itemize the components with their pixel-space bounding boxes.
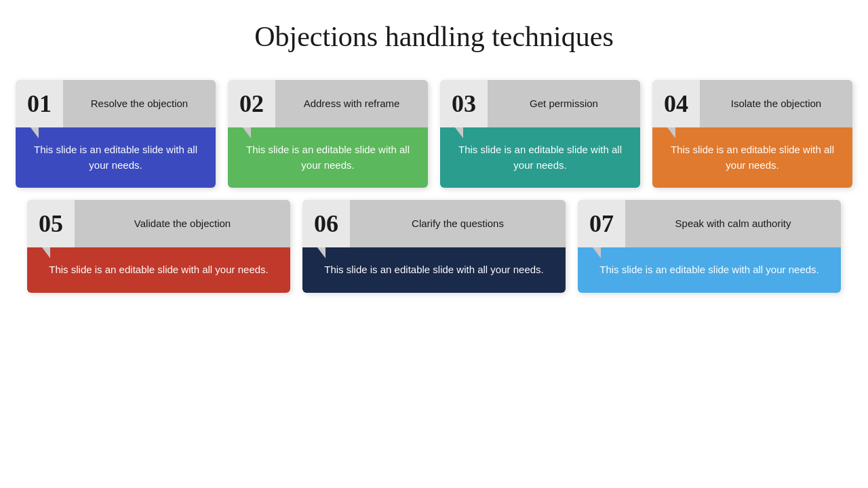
page-title: Objections handling techniques <box>254 20 614 53</box>
card-03-body: This slide is an editable slide with all… <box>440 127 640 188</box>
card-05-header: 05 Validate the objection <box>27 200 290 247</box>
card-01-number: 01 <box>16 80 63 127</box>
card-02: 02 Address with reframe This slide is an… <box>228 80 428 188</box>
card-07-number: 07 <box>578 200 625 247</box>
card-01-header: 01 Resolve the objection <box>16 80 216 127</box>
card-03-text: This slide is an editable slide with all… <box>451 142 629 173</box>
card-05-body: This slide is an editable slide with all… <box>27 247 290 293</box>
card-01: 01 Resolve the objection This slide is a… <box>16 80 216 188</box>
card-05-label: Validate the objection <box>75 200 290 247</box>
card-06-body: This slide is an editable slide with all… <box>302 247 566 293</box>
row-2: 05 Validate the objection This slide is … <box>14 200 854 293</box>
card-04-number: 04 <box>652 80 700 127</box>
card-07-label: Speak with calm authority <box>625 200 841 247</box>
card-02-text: This slide is an editable slide with all… <box>239 142 417 173</box>
card-06-header: 06 Clarify the questions <box>302 200 566 247</box>
card-06-number: 06 <box>302 200 350 247</box>
card-07-body: This slide is an editable slide with all… <box>578 247 841 293</box>
card-07-text: This slide is an editable slide with all… <box>599 262 819 278</box>
card-03-number: 03 <box>440 80 488 127</box>
card-02-body: This slide is an editable slide with all… <box>228 127 428 188</box>
card-03: 03 Get permission This slide is an edita… <box>440 80 640 188</box>
card-04-label: Isolate the objection <box>700 80 852 127</box>
card-05-number: 05 <box>27 200 75 247</box>
card-05-text: This slide is an editable slide with all… <box>49 262 269 278</box>
card-02-label: Address with reframe <box>275 80 428 127</box>
card-03-header: 03 Get permission <box>440 80 640 127</box>
card-03-label: Get permission <box>488 80 640 127</box>
card-04: 04 Isolate the objection This slide is a… <box>652 80 852 188</box>
card-06-text: This slide is an editable slide with all… <box>324 262 544 278</box>
card-02-number: 02 <box>228 80 275 127</box>
card-05: 05 Validate the objection This slide is … <box>27 200 290 293</box>
card-01-text: This slide is an editable slide with all… <box>26 142 205 173</box>
row-1: 01 Resolve the objection This slide is a… <box>14 80 854 188</box>
card-04-header: 04 Isolate the objection <box>652 80 852 127</box>
page: Objections handling techniques 01 Resolv… <box>0 0 868 488</box>
card-04-body: This slide is an editable slide with all… <box>652 127 852 188</box>
card-01-label: Resolve the objection <box>63 80 216 127</box>
card-04-text: This slide is an editable slide with all… <box>663 142 842 173</box>
card-06-label: Clarify the questions <box>350 200 566 247</box>
card-01-body: This slide is an editable slide with all… <box>16 127 216 188</box>
cards-container: 01 Resolve the objection This slide is a… <box>14 80 854 293</box>
card-02-header: 02 Address with reframe <box>228 80 428 127</box>
card-07-header: 07 Speak with calm authority <box>578 200 841 247</box>
card-07: 07 Speak with calm authority This slide … <box>578 200 841 293</box>
card-06: 06 Clarify the questions This slide is a… <box>302 200 566 293</box>
